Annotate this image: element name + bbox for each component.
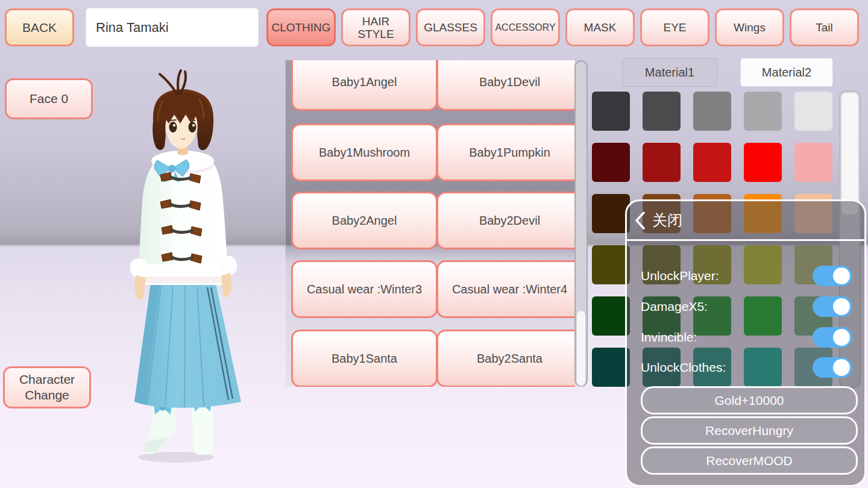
clothing-list-scrollbar[interactable] — [574, 60, 588, 387]
unlockplayer-toggle[interactable] — [813, 266, 852, 286]
mod-menu-header[interactable]: 关闭 — [627, 201, 864, 241]
color-swatch[interactable] — [794, 143, 832, 182]
back-button[interactable]: BACK — [5, 8, 74, 46]
unlockplayer-label: UnlockPlayer: — [641, 269, 719, 283]
color-swatch[interactable] — [592, 348, 630, 387]
color-swatch[interactable] — [592, 194, 630, 233]
damagex5-toggle[interactable] — [813, 296, 852, 317]
clothing-item-button[interactable]: Baby1Angel — [291, 60, 438, 111]
character-preview — [102, 63, 259, 467]
tab-eye[interactable]: EYE — [640, 8, 709, 46]
color-swatch[interactable] — [643, 143, 681, 182]
tab-wings[interactable]: Wings — [715, 8, 784, 46]
tab-glasses[interactable]: GLASSES — [416, 8, 485, 46]
unlockclothes-toggle[interactable] — [813, 357, 852, 378]
clothing-list-panel: Baby1Angel Baby1Devil Baby1Mushroom Baby… — [285, 60, 576, 387]
toggle-knob — [833, 298, 850, 315]
invincible-toggle[interactable] — [813, 327, 852, 348]
character-change-button[interactable]: Character Change — [3, 366, 91, 408]
mod-row-unlockplayer: UnlockPlayer: — [641, 265, 852, 287]
recover-mood-button[interactable]: RecoverMOOD — [641, 446, 858, 475]
tab-hair-style[interactable]: HAIR STYLE — [341, 8, 410, 46]
clothing-item-button[interactable]: Baby1Pumpkin — [436, 124, 576, 181]
color-swatch[interactable] — [744, 92, 782, 131]
tab-mask[interactable]: MASK — [565, 8, 635, 46]
color-swatch[interactable] — [744, 143, 782, 182]
tab-accessory[interactable]: ACCESSORY — [491, 8, 560, 46]
color-swatch[interactable] — [794, 92, 832, 131]
mod-row-unlockclothes: UnlockClothes: — [641, 357, 852, 378]
invincible-label: Invincible: — [641, 330, 697, 345]
mod-menu-panel: 关闭 UnlockPlayer: DamageX5: Invincible: U… — [625, 199, 866, 487]
toggle-knob — [833, 267, 850, 284]
clothing-list-scroll-thumb[interactable] — [576, 310, 586, 386]
character-customization-screen: BACK CLOTHING HAIR STYLE GLASSES ACCESSO… — [0, 0, 868, 488]
clothing-item-button[interactable]: Baby1Mushroom — [291, 124, 438, 181]
mod-row-damagex5: DamageX5: — [641, 296, 852, 318]
color-swatch[interactable] — [693, 143, 731, 182]
tab-clothing[interactable]: CLOTHING — [266, 8, 336, 46]
close-label[interactable]: 关闭 — [652, 210, 682, 230]
back-chevron-icon — [634, 211, 646, 230]
toggle-knob — [833, 329, 850, 346]
color-swatch[interactable] — [643, 92, 681, 131]
unlockclothes-label: UnlockClothes: — [641, 360, 726, 375]
tab-material2[interactable]: Material2 — [740, 58, 833, 87]
clothing-item-button[interactable]: Baby2Devil — [436, 192, 576, 249]
mod-row-invincible: Invincible: — [641, 327, 852, 348]
gold-button[interactable]: Gold+10000 — [641, 386, 858, 414]
clothing-item-button[interactable]: Casual wear :Winter3 — [291, 260, 438, 318]
color-swatch[interactable] — [592, 245, 630, 284]
clothing-item-button[interactable]: Baby2Santa — [436, 330, 576, 387]
tab-tail[interactable]: Tail — [790, 8, 859, 46]
tab-material1[interactable]: Material1 — [622, 58, 717, 87]
clothing-item-button[interactable]: Baby1Santa — [291, 330, 438, 387]
color-swatch[interactable] — [592, 296, 630, 336]
color-swatch[interactable] — [693, 92, 731, 131]
toggle-knob — [833, 359, 850, 376]
clothing-item-button[interactable]: Casual wear :Winter4 — [436, 260, 576, 318]
recover-hungry-button[interactable]: RecoverHungry — [641, 416, 858, 445]
color-swatch[interactable] — [592, 92, 630, 131]
color-swatch[interactable] — [592, 143, 630, 182]
damagex5-label: DamageX5: — [641, 299, 708, 314]
palette-scroll-thumb[interactable] — [841, 92, 859, 215]
clothing-item-button[interactable]: Baby1Devil — [436, 60, 576, 111]
face-button[interactable]: Face 0 — [5, 78, 93, 119]
clothing-item-button[interactable]: Baby2Angel — [291, 192, 438, 249]
character-name-input[interactable] — [86, 8, 259, 47]
